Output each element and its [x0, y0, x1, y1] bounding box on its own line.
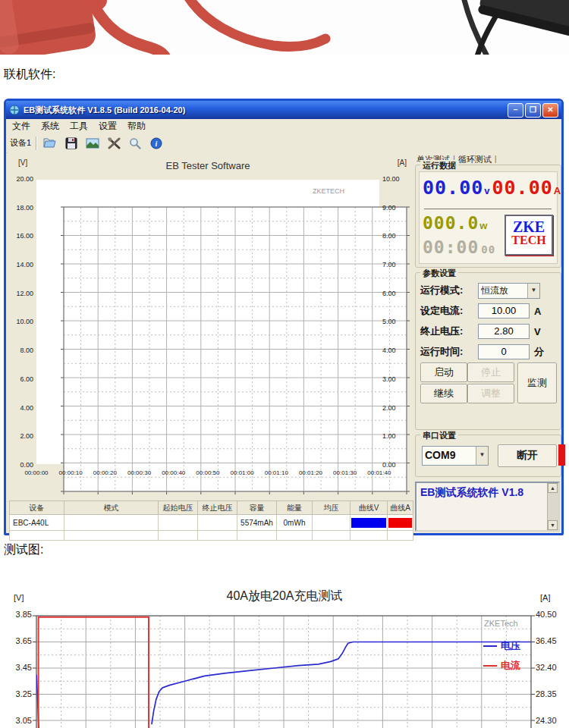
voltage-display: 00.00: [423, 177, 483, 199]
menu-bar: 文件 系统 工具 设置 帮助: [6, 119, 561, 134]
image-icon: [86, 138, 99, 149]
zketech-logo: ZKE TECH: [505, 215, 553, 256]
chevron-down-icon[interactable]: ▼: [476, 447, 488, 465]
cutoff-voltage-label: 终止电压:: [420, 325, 478, 338]
floppy-icon: [65, 137, 77, 149]
software-section-label: 联机软件:: [4, 67, 55, 83]
current-line-swatch: [483, 665, 497, 667]
live-chart-right-unit: [A]: [398, 158, 407, 167]
stop-button[interactable]: 停止: [467, 362, 514, 382]
log-scrollbar[interactable]: ▲ ▼: [547, 483, 558, 530]
time-display: 00:00: [423, 237, 479, 257]
com-port-dropdown[interactable]: COM9 ▼: [422, 446, 489, 466]
scroll-down-icon[interactable]: ▼: [548, 520, 558, 530]
test-chart-left-ticks: 3.853.653.453.253.05: [6, 610, 32, 725]
wrench-icon: [108, 137, 121, 149]
menu-item-tools[interactable]: 工具: [70, 120, 88, 133]
live-chart-x-ticks: 00:00:0000:00:1000:00:2000:00:3000:00:40…: [20, 469, 396, 476]
magnifier-icon: [129, 137, 141, 149]
export-image-button[interactable]: [84, 136, 101, 151]
live-chart-area: EB Tester Software [V] [A] 20.0018.0016.…: [9, 152, 413, 500]
params-label: 参数设置: [420, 268, 458, 279]
close-button[interactable]: ✕: [542, 103, 558, 118]
testchart-section-label: 测试图:: [4, 542, 43, 558]
continue-button[interactable]: 继续: [420, 384, 467, 403]
end-voltage-cell: [198, 515, 237, 531]
info-icon: i: [150, 137, 162, 149]
toolbar: 设备1: [6, 133, 561, 153]
serial-label: 串口设置: [420, 430, 458, 441]
zoom-button[interactable]: [127, 136, 143, 151]
monitor-button[interactable]: 监测: [517, 362, 557, 403]
live-chart-plot: [36, 180, 379, 464]
info-button[interactable]: i: [148, 136, 165, 151]
watermark: ZKETECH: [313, 187, 344, 195]
menu-item-system[interactable]: 系统: [41, 120, 59, 133]
live-chart-left-unit: [V]: [18, 158, 27, 167]
save-button[interactable]: [63, 136, 80, 151]
energy-cell: 0mWh: [277, 515, 313, 531]
voltage-line-swatch: [483, 645, 497, 647]
run-data-group: 运行数据 00.00 v 00.00 A 000.0 w: [415, 165, 561, 268]
cutoff-voltage-input[interactable]: 2.80: [478, 324, 530, 339]
window-body: EB Tester Software [V] [A] 20.0018.0016.…: [8, 152, 561, 533]
table-empty-row: [10, 531, 413, 541]
result-table: 设备模式起始电压终止电压容量能量均压曲线V曲线A EBC-A40L 5574mA…: [9, 500, 413, 541]
mode-dropdown[interactable]: 恒流放 ▼: [478, 283, 540, 299]
power-display: 000.0: [423, 213, 479, 233]
set-current-label: 设定电流:: [420, 304, 478, 318]
adjust-button[interactable]: 调整: [467, 384, 514, 403]
log-box[interactable]: EB测试系统软件 V1.8 ▲ ▼: [415, 482, 560, 532]
legend-voltage: 电压: [483, 639, 520, 653]
product-photo: [0, 0, 569, 55]
right-panel: 单次测试| 循环测试| 运行数据 00.00 v 00.00 A: [415, 152, 561, 533]
connection-status-bar: [558, 444, 565, 466]
curve-v-swatch: [351, 515, 388, 531]
maximize-button[interactable]: ❐: [525, 103, 541, 118]
page: 联机软件: EB测试系统软件 V1.8.5 (Build 2016-04-20)…: [0, 0, 569, 728]
start-voltage-cell: [159, 515, 198, 531]
live-chart-title: EB Tester Software: [36, 160, 379, 171]
display-divider: [424, 209, 552, 209]
menu-item-settings[interactable]: 设置: [99, 120, 117, 133]
curve-a-swatch: [388, 515, 413, 531]
app-window: EB测试系统软件 V1.8.5 (Build 2016-04-20) – ❐ ✕…: [4, 99, 564, 535]
table-row[interactable]: EBC-A40L 5574mAh 0mWh: [10, 515, 413, 531]
test-chart-right-ticks: 40.5036.4532.4028.3524.30: [536, 610, 567, 725]
scroll-up-icon[interactable]: ▲: [548, 483, 558, 493]
mode-cell: [64, 515, 159, 531]
app-icon: [9, 105, 20, 115]
current-display: 00.00: [492, 177, 553, 199]
tools-button[interactable]: [105, 136, 122, 151]
toolbar-separator: [36, 136, 37, 150]
set-current-input[interactable]: 10.00: [478, 303, 530, 318]
live-chart-left-ticks: 20.0018.0016.0014.0012.0010.008.006.004.…: [9, 175, 33, 469]
chevron-down-icon[interactable]: ▼: [527, 284, 539, 298]
log-text: EB测试系统软件 V1.8: [420, 486, 523, 500]
menu-item-file[interactable]: 文件: [12, 120, 30, 133]
minimize-button[interactable]: –: [508, 103, 523, 118]
device-label: 设备1: [10, 137, 31, 149]
table-header-row: 设备模式起始电压终止电压容量能量均压曲线V曲线A: [10, 501, 413, 515]
params-group: 参数设置 运行模式: 恒流放 ▼ 设定电流: 10.00 A: [415, 272, 561, 430]
window-title: EB测试系统软件 V1.8.5 (Build 2016-04-20): [24, 105, 185, 116]
menu-item-help[interactable]: 帮助: [127, 120, 146, 133]
watermark: ZKETech: [484, 619, 518, 628]
open-button[interactable]: [42, 136, 58, 151]
red-cable-2: [187, 0, 325, 47]
run-data-display: 00.00 v 00.00 A 000.0 w 00:00 00: [419, 171, 558, 264]
title-bar[interactable]: EB测试系统软件 V1.8.5 (Build 2016-04-20) – ❐ ✕: [6, 101, 561, 119]
black-plug-boot: [477, 0, 569, 37]
run-data-label: 运行数据: [420, 160, 458, 171]
capacity-cell: 5574mAh: [237, 515, 277, 531]
start-button[interactable]: 启动: [420, 362, 467, 382]
run-time-label: 运行时间:: [420, 345, 478, 359]
device-cell: EBC-A40L: [10, 515, 64, 531]
folder-icon: [43, 137, 57, 149]
avg-voltage-cell: [313, 515, 351, 531]
tab-cycle-test[interactable]: 循环测试: [458, 154, 492, 165]
live-chart-right-ticks: 10.009.008.007.006.005.004.003.002.001.0…: [382, 175, 410, 469]
run-time-input[interactable]: 0: [478, 344, 530, 359]
svg-text:i: i: [156, 140, 158, 148]
disconnect-button[interactable]: 断开: [498, 444, 557, 467]
